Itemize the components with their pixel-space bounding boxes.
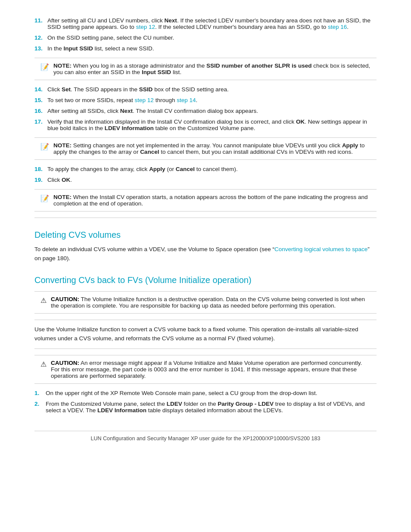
step-body: Click OK.: [47, 177, 377, 183]
step-num: 1.: [34, 390, 43, 396]
list-item: 17.Verify that the information displayed…: [34, 118, 377, 131]
note-icon-3: 📝: [40, 194, 49, 202]
note-icon-1: 📝: [40, 63, 49, 71]
divider-3: [34, 348, 377, 349]
steps-mid-list: 14.Click Set. The SSID appears in the SS…: [34, 86, 377, 131]
step-num: 2.: [34, 401, 43, 414]
footer-text: LUN Configuration and Security Manager X…: [91, 436, 321, 442]
step-body: From the Customized Volume pane, select …: [46, 401, 377, 414]
step-num: 13.: [34, 45, 45, 52]
note-block-1: 📝 NOTE: When you log in as a storage adm…: [34, 58, 377, 80]
section-heading-deleting: Deleting CVS volumes: [34, 230, 377, 240]
step-body: Verify that the information displayed in…: [47, 118, 377, 131]
step-body: In the Input SSID list, select a new SSI…: [47, 45, 377, 52]
step-body: On the upper right of the XP Remote Web …: [46, 390, 377, 396]
list-item: 2.From the Customized Volume pane, selec…: [34, 401, 377, 414]
step-body: After setting all CU and LDEV numbers, c…: [47, 17, 377, 30]
step-body: To set two or more SSIDs, repeat step 12…: [47, 97, 377, 103]
section-deleting-intro: To delete an individual CVS volume withi…: [34, 245, 377, 263]
step-body: On the SSID setting pane, select the CU …: [47, 34, 377, 41]
note-text-1: NOTE: When you log in as a storage admin…: [53, 62, 371, 75]
step-num: 11.: [34, 17, 45, 30]
step-num: 12.: [34, 34, 45, 41]
divider-1: [34, 218, 377, 218]
caution-block-1: ⚠ CAUTION: The Volume Initialize functio…: [34, 291, 377, 314]
list-item: 16.After setting all SSIDs, click Next. …: [34, 108, 377, 114]
step-body: Click Set. The SSID appears in the SSID …: [47, 86, 377, 93]
note-block-3: 📝 NOTE: When the Install CV operation st…: [34, 189, 377, 212]
list-item: 18.To apply the changes to the array, cl…: [34, 166, 377, 172]
caution-icon-1: ⚠: [40, 296, 47, 305]
step-num: 14.: [34, 86, 45, 93]
list-item: 19.Click OK.: [34, 177, 377, 183]
list-item: 11.After setting all CU and LDEV numbers…: [34, 17, 377, 30]
step-num: 18.: [34, 166, 45, 172]
step-body: To apply the changes to the array, click…: [47, 166, 377, 172]
steps-lower-list: 18.To apply the changes to the array, cl…: [34, 166, 377, 183]
list-item: 14.Click Set. The SSID appears in the SS…: [34, 86, 377, 93]
step-num: 17.: [34, 118, 45, 131]
footer: LUN Configuration and Security Manager X…: [34, 431, 377, 442]
note-text-2: NOTE: Setting changes are not yet implem…: [53, 142, 371, 155]
list-item: 15.To set two or more SSIDs, repeat step…: [34, 97, 377, 103]
step-num: 15.: [34, 97, 45, 103]
step-body: After setting all SSIDs, click Next. The…: [47, 108, 377, 114]
list-item: 13.In the Input SSID list, select a new …: [34, 45, 377, 52]
list-item: 1.On the upper right of the XP Remote We…: [34, 390, 377, 396]
step-num: 19.: [34, 177, 45, 183]
caution-icon-2: ⚠: [40, 360, 47, 368]
converting-body-1: Use the Volume Initialize function to co…: [34, 325, 377, 343]
divider-2: [34, 320, 377, 320]
note-text-3: NOTE: When the Install CV operation star…: [53, 194, 371, 207]
caution-block-2: ⚠ CAUTION: An error message might appear…: [34, 355, 377, 384]
caution-text-2: CAUTION: An error message might appear i…: [51, 360, 371, 379]
steps-top-list: 11.After setting all CU and LDEV numbers…: [34, 17, 377, 52]
note-block-2: 📝 NOTE: Setting changes are not yet impl…: [34, 137, 377, 160]
note-icon-2: 📝: [40, 143, 49, 151]
caution-text-1: CAUTION: The Volume Initialize function …: [51, 296, 371, 309]
section-heading-converting: Converting CVs back to FVs (Volume Initi…: [34, 275, 377, 285]
converting-steps-list: 1.On the upper right of the XP Remote We…: [34, 390, 377, 414]
step-num: 16.: [34, 108, 45, 114]
list-item: 12.On the SSID setting pane, select the …: [34, 34, 377, 41]
